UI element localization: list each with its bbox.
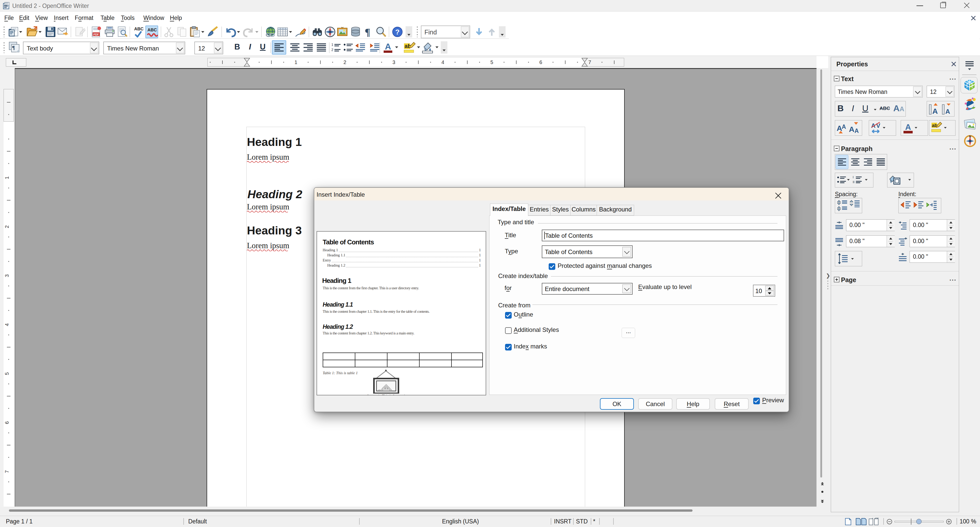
svg-text:PDF: PDF (93, 33, 99, 36)
svg-text:2: 2 (343, 59, 346, 65)
svg-text:1: 1 (4, 176, 10, 179)
svg-text:1: 1 (294, 59, 297, 65)
svg-text:A: A (905, 123, 911, 132)
svg-text:6: 6 (4, 421, 10, 424)
svg-text:ABC: ABC (148, 27, 157, 32)
svg-text:6: 6 (539, 59, 542, 65)
svg-text:¶: ¶ (12, 45, 15, 51)
svg-text:A: A (385, 41, 391, 51)
svg-text:ABC: ABC (134, 27, 143, 31)
svg-text:A: A (842, 123, 846, 130)
svg-text:A: A (945, 108, 950, 115)
svg-text:7: 7 (588, 59, 591, 65)
svg-text:7: 7 (4, 470, 10, 473)
svg-text:5: 5 (4, 372, 10, 375)
svg-text:5: 5 (490, 59, 493, 65)
svg-text:A: A (849, 125, 854, 134)
svg-text:3: 3 (392, 59, 395, 65)
svg-text:¶: ¶ (365, 26, 371, 38)
svg-text:3: 3 (4, 274, 10, 277)
svg-text:I: I (853, 175, 853, 179)
svg-text:A: A (854, 127, 859, 134)
svg-text:4: 4 (441, 59, 444, 65)
svg-text:2: 2 (4, 225, 10, 228)
svg-text:4: 4 (4, 323, 10, 326)
svg-text:A: A (837, 124, 842, 132)
svg-text:N: N (969, 135, 971, 138)
svg-text:2: 2 (331, 48, 333, 52)
svg-text:A: A (932, 107, 938, 115)
svg-text:1: 1 (331, 43, 333, 47)
svg-text:?: ? (395, 28, 399, 36)
svg-text:II: II (853, 180, 854, 184)
